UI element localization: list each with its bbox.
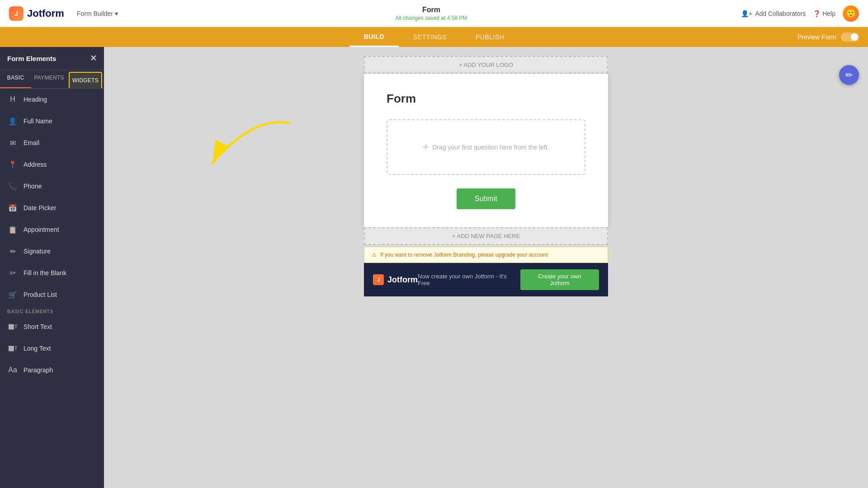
avatar[interactable]: 🙂 (843, 5, 859, 22)
sidebar-item-label: Full Name (24, 117, 52, 125)
close-icon[interactable]: ✕ (90, 53, 97, 63)
header-center: Form All changes saved at 4:58 PM (122, 6, 741, 21)
add-page-bar[interactable]: + ADD NEW PAGE HERE (364, 227, 608, 245)
warning-icon: ⚠ (372, 252, 377, 258)
long-text-icon: ⬜T (7, 343, 18, 354)
sidebar-title: Form Elements (7, 55, 56, 62)
form-title[interactable]: Form (387, 92, 585, 106)
help-icon: ❓ (813, 10, 821, 17)
add-logo-label: + ADD YOUR LOGO (459, 61, 513, 68)
sidebar-item-signature[interactable]: ✏ Signature (0, 240, 104, 262)
saved-status: All changes saved at 4:58 PM (122, 15, 741, 21)
tab-settings[interactable]: SETTINGS (399, 28, 461, 46)
sidebar-item-label: Product List (24, 291, 57, 298)
branding-logo-icon: J (373, 274, 384, 285)
email-icon: ✉ (7, 137, 18, 148)
branding-warning-text: If you want to remove Jotform Branding, … (380, 252, 548, 258)
header: J Jotform Form Builder ▾ Form All change… (0, 0, 868, 27)
fill-blank-icon: ≡+ (7, 267, 18, 278)
sidebar-item-label: Date Picker (24, 204, 56, 211)
sidebar-item-label: Heading (24, 96, 47, 103)
tab-basic[interactable]: BASIC (0, 70, 31, 88)
sidebar-item-fullname[interactable]: 👤 Full Name (0, 110, 104, 132)
branding-create-button[interactable]: Create your own Jotform (520, 269, 599, 290)
add-page-label: + ADD NEW PAGE HERE (452, 233, 520, 239)
tab-payments[interactable]: PAYMENTS (31, 70, 67, 88)
preview-form-area: Preview Form (797, 33, 859, 42)
form-canvas: Form ✛ Drag your first question here fro… (364, 74, 608, 227)
sidebar-item-label: Signature (24, 248, 51, 255)
appointment-icon: 📋 (7, 224, 18, 235)
heading-icon: H (7, 94, 18, 105)
sidebar-item-paragraph[interactable]: Aa Paragraph (0, 359, 104, 381)
branding-tagline: Now create your own Jotform - It's Free (418, 273, 520, 286)
sidebar: Form Elements ✕ BASIC PAYMENTS WIDGETS H… (0, 47, 104, 488)
branding-warning: ⚠ If you want to remove Jotform Branding… (364, 247, 608, 263)
sidebar-item-label: Appointment (24, 226, 59, 233)
chevron-down-icon: ▾ (115, 10, 118, 17)
form-builder-button[interactable]: Form Builder ▾ (73, 8, 122, 19)
branding-bar: J Jotform Now create your own Jotform - … (364, 263, 608, 296)
sidebar-tabs: BASIC PAYMENTS WIDGETS (0, 70, 104, 89)
help-label: Help (822, 10, 835, 17)
tab-bar: BUILD SETTINGS PUBLISH Preview Form (0, 27, 868, 47)
person-add-icon: 👤+ (741, 10, 752, 17)
submit-button[interactable]: Submit (457, 188, 515, 209)
sidebar-item-email[interactable]: ✉ Email (0, 132, 104, 154)
sidebar-item-product-list[interactable]: 🛒 Product List (0, 284, 104, 305)
sidebar-item-address[interactable]: 📍 Address (0, 154, 104, 175)
address-icon: 📍 (7, 159, 18, 170)
main-content: + ADD YOUR LOGO Form ✛ Drag your first q… (104, 47, 868, 488)
sidebar-item-phone[interactable]: 📞 Phone (0, 175, 104, 197)
sidebar-header: Form Elements ✕ (0, 47, 104, 70)
sidebar-item-label: Phone (24, 183, 42, 190)
short-text-icon: ⬜T (7, 321, 18, 332)
sidebar-item-label: Fill in the Blank (24, 269, 66, 277)
form-title: Form (122, 6, 741, 14)
add-logo-bar[interactable]: + ADD YOUR LOGO (364, 56, 608, 74)
tab-widgets[interactable]: WIDGETS (69, 72, 102, 88)
preview-toggle[interactable] (841, 33, 859, 42)
calendar-icon: 📅 (7, 202, 18, 213)
arrow-annotation (208, 114, 298, 168)
tab-publish[interactable]: PUBLISH (461, 28, 519, 46)
add-collaborators-button[interactable]: 👤+ Add Collaborators (741, 10, 806, 17)
sidebar-item-heading[interactable]: H Heading (0, 89, 104, 110)
header-right: 👤+ Add Collaborators ❓ Help 🙂 (741, 5, 859, 22)
phone-icon: 📞 (7, 181, 18, 192)
product-list-icon: 🛒 (7, 289, 18, 300)
person-icon: 👤 (7, 116, 18, 127)
logo[interactable]: J Jotform (9, 6, 64, 21)
sidebar-item-label: Short Text (24, 323, 52, 330)
branding-logo-text: Jotform (387, 275, 418, 285)
logo-icon: J (9, 6, 24, 21)
main-layout: Form Elements ✕ BASIC PAYMENTS WIDGETS H… (0, 47, 868, 488)
branding-logo: J Jotform (373, 274, 418, 285)
preview-form-label: Preview Form (797, 33, 836, 41)
sidebar-item-long-text[interactable]: ⬜T Long Text (0, 338, 104, 359)
basic-elements-label: BASIC ELEMENTS (0, 305, 104, 316)
tab-build[interactable]: BUILD (349, 28, 399, 47)
drag-area: ✛ Drag your first question here from the… (387, 119, 585, 175)
sidebar-item-label: Paragraph (24, 366, 53, 374)
drag-text: Drag your first question here from the l… (432, 144, 549, 151)
edit-icon: ✏ (845, 70, 853, 80)
sidebar-item-label: Address (24, 161, 47, 168)
paragraph-icon: Aa (7, 365, 18, 375)
sidebar-item-short-text[interactable]: ⬜T Short Text (0, 316, 104, 338)
add-collaborators-label: Add Collaborators (755, 10, 806, 17)
sidebar-item-fill-blank[interactable]: ≡+ Fill in the Blank (0, 262, 104, 284)
signature-icon: ✏ (7, 246, 18, 257)
sidebar-item-datepicker[interactable]: 📅 Date Picker (0, 197, 104, 219)
sidebar-item-label: Email (24, 139, 39, 146)
help-button[interactable]: ❓ Help (813, 10, 835, 17)
floating-edit-button[interactable]: ✏ (839, 65, 859, 85)
sidebar-item-appointment[interactable]: 📋 Appointment (0, 219, 104, 240)
sidebar-item-label: Long Text (24, 345, 51, 352)
logo-text: Jotform (27, 8, 64, 19)
form-builder-label: Form Builder (77, 10, 113, 17)
drag-icon: ✛ (423, 143, 429, 151)
